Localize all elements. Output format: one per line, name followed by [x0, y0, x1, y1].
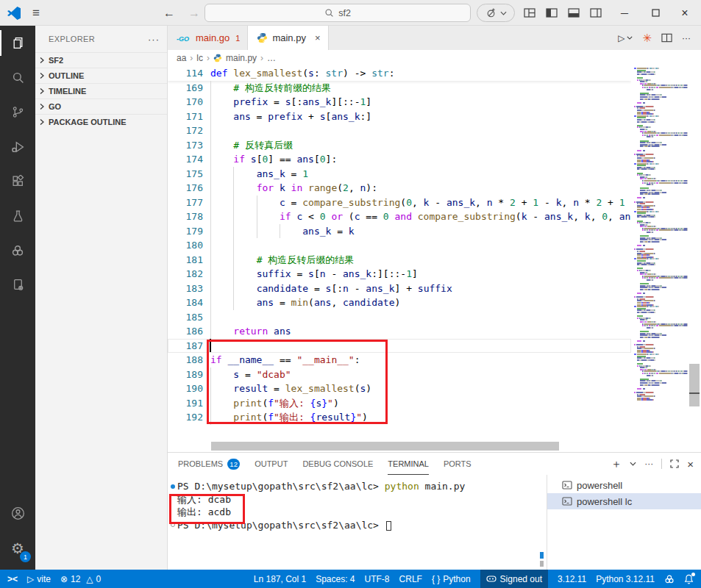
code-text: ans_k = k: [210, 226, 355, 237]
minimap-line: [634, 277, 688, 279]
terminal[interactable]: PS D:\mysetup\gopath\src\sf2\aa\lc> pyth…: [168, 475, 547, 570]
code-line-177[interactable]: 177 c = compare_substring(0, k - ans_k, …: [168, 196, 631, 210]
toggle-panel-icon[interactable]: [568, 0, 581, 26]
terminal-item-powershell-lc[interactable]: powershell lc: [547, 493, 701, 509]
terminal-item-powershell[interactable]: powershell: [547, 477, 701, 493]
remote-indicator[interactable]: ><: [7, 574, 18, 584]
code-line-184[interactable]: 184 ans = min(ans, candidate): [168, 295, 631, 310]
horizontal-scrollbar[interactable]: [211, 442, 559, 451]
chevron-down-icon[interactable]: [630, 462, 636, 466]
eol-sequence[interactable]: CRLF: [399, 574, 422, 584]
minimap[interactable]: [631, 66, 688, 452]
close-panel-icon[interactable]: ×: [687, 458, 694, 470]
python-version[interactable]: 3.12.11: [558, 574, 586, 584]
close-window-button[interactable]: ×: [675, 0, 694, 26]
editor-more-icon[interactable]: ···: [682, 33, 691, 43]
indentation[interactable]: Spaces: 4: [316, 574, 355, 584]
code-editor[interactable]: 114def lex_smallest(s: str) -> str:169 #…: [168, 66, 701, 452]
tab-main-go[interactable]: -GO main.go 1: [168, 26, 248, 50]
line-number: 181: [178, 253, 203, 268]
cursor-position[interactable]: Ln 187, Col 1: [254, 574, 306, 584]
tab-ports[interactable]: PORTS: [444, 453, 472, 475]
vscode-logo-icon: [7, 0, 21, 26]
tab-main-py[interactable]: main.py ×: [248, 26, 328, 50]
breadcrumb[interactable]: aa› lc› main.py› …: [168, 50, 701, 66]
command-center-search[interactable]: sf2: [204, 4, 471, 22]
title-bar: ≡ ← → sf2 ─ ×: [0, 0, 701, 26]
code-line-174[interactable]: 174 if s[0] == ans[0]:: [168, 152, 631, 167]
vertical-scrollbar[interactable]: [688, 66, 701, 452]
back-arrow-icon[interactable]: ←: [163, 0, 175, 26]
explorer-icon[interactable]: [0, 26, 35, 60]
line-number: 182: [178, 267, 203, 282]
annotation-box-editor: [207, 340, 388, 424]
copilot-status[interactable]: Signed out: [480, 570, 548, 588]
code-text: # 构造反转后缀的结果: [210, 254, 354, 265]
scrollbar-thumb[interactable]: [689, 364, 700, 406]
split-editor-icon[interactable]: [661, 33, 672, 43]
knot-extension-icon[interactable]: [0, 233, 35, 268]
overview-cursor-mark: [689, 392, 700, 394]
line-number: 114: [178, 66, 203, 81]
extension-action-icon[interactable]: ✳: [642, 32, 652, 45]
code-line-171[interactable]: 171 ans = prefix + s[ans_k:]: [168, 110, 631, 124]
code-line-185[interactable]: 185: [168, 310, 631, 325]
python-interpreter[interactable]: Python 3.12.11: [596, 574, 655, 584]
sidebar-title: EXPLORER: [49, 35, 95, 43]
sidebar-more-icon[interactable]: ···: [148, 34, 160, 45]
language-mode[interactable]: { }Python: [432, 574, 471, 584]
code-line-183[interactable]: 183 candidate = s[:n - ans_k] + suffix: [168, 282, 631, 296]
source-control-icon[interactable]: [0, 95, 35, 129]
sidebar-section-timeline[interactable]: TIMELINE: [35, 83, 167, 98]
code-line-181[interactable]: 181 # 构造反转后缀的结果: [168, 253, 631, 268]
braces-icon: { }: [432, 574, 440, 584]
run-python-button[interactable]: ▷: [618, 33, 633, 43]
code-line-169[interactable]: 169 # 构造反转前缀的结果: [168, 81, 631, 96]
problems-status[interactable]: ⊗12 △0: [60, 574, 101, 584]
sidebar-section-package-outline[interactable]: PACKAGE OUTLINE: [35, 114, 167, 129]
code-line-176[interactable]: 176 for k in range(2, n):: [168, 181, 631, 196]
maximize-button[interactable]: [646, 0, 665, 26]
code-line-175[interactable]: 175 ans_k = 1: [168, 167, 631, 182]
toggle-sidebar-icon[interactable]: [546, 0, 559, 26]
testing-icon[interactable]: [0, 198, 35, 233]
tab-close-icon[interactable]: ×: [315, 32, 321, 43]
code-line-179[interactable]: 179 ans_k = k: [168, 224, 631, 239]
tab-output[interactable]: OUTPUT: [255, 453, 288, 475]
forward-arrow-icon[interactable]: →: [188, 0, 200, 26]
notifications-bell-icon[interactable]: [684, 574, 694, 584]
code-runner-icon[interactable]: [0, 268, 35, 302]
code-line-182[interactable]: 182 suffix = s[n - ans_k:][::-1]: [168, 267, 631, 282]
code-line-170[interactable]: 170 prefix = s[:ans_k][::-1]: [168, 95, 631, 110]
account-icon[interactable]: [0, 496, 35, 531]
tab-debug-console[interactable]: DEBUG CONSOLE: [302, 453, 373, 475]
new-terminal-button[interactable]: ＋: [611, 457, 622, 471]
knot-extension-status-icon[interactable]: [664, 574, 675, 584]
maximize-panel-icon[interactable]: [670, 459, 679, 468]
search-sidebar-icon[interactable]: [0, 60, 35, 95]
tab-terminal[interactable]: TERMINAL: [388, 453, 429, 475]
settings-gear-icon[interactable]: ⚙ 1: [0, 531, 35, 565]
tab-problems[interactable]: PROBLEMS 12: [178, 453, 240, 475]
sidebar-section-outline[interactable]: OUTLINE: [35, 68, 167, 83]
extensions-icon[interactable]: [0, 164, 35, 198]
encoding[interactable]: UTF-8: [365, 574, 390, 584]
run-debug-icon[interactable]: [0, 129, 35, 164]
panel-more-icon[interactable]: ···: [644, 459, 653, 469]
minimize-button[interactable]: ─: [615, 0, 634, 26]
code-line-178[interactable]: 178 if c < 0 or (c == 0 and compare_subs…: [168, 209, 631, 224]
customize-layout-icon[interactable]: [524, 0, 537, 26]
code-text: for k in range(2, n):: [210, 182, 377, 193]
toggle-secondary-sidebar-icon[interactable]: [590, 0, 603, 26]
sidebar-section-go[interactable]: GO: [35, 98, 167, 114]
code-line-186[interactable]: 186 return ans: [168, 324, 631, 339]
sidebar-section-sf2[interactable]: SF2: [35, 52, 167, 68]
code-line-180[interactable]: 180: [168, 238, 631, 253]
task-vite[interactable]: ▷vite: [27, 574, 51, 584]
code-line-172[interactable]: 172: [168, 123, 631, 138]
code-line-114[interactable]: 114def lex_smallest(s: str) -> str:: [168, 66, 631, 81]
menu-icon[interactable]: ≡: [32, 0, 40, 26]
code-line-173[interactable]: 173 # 反转真后缀: [168, 138, 631, 153]
terminal-line[interactable]: PS D:\mysetup\gopath\src\sf2\aa\lc> pyth…: [168, 480, 547, 493]
copilot-button[interactable]: [477, 4, 515, 22]
